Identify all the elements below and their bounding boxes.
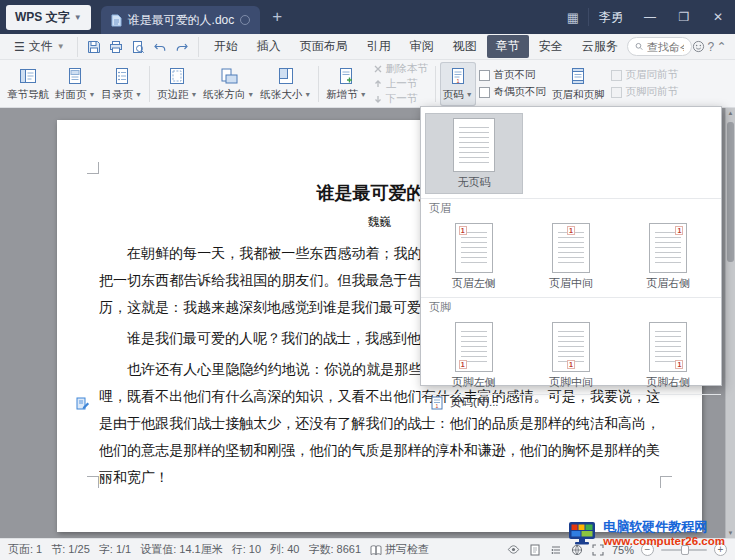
new-section-button[interactable]: 新增节▼ [323, 62, 369, 106]
arrow-down-icon [373, 94, 383, 104]
header-right-thumbnail: 1 [649, 223, 687, 273]
outline-view-icon[interactable] [549, 543, 563, 557]
collapse-ribbon-icon[interactable]: ⌃ [716, 37, 727, 57]
section-navigation-button[interactable]: 章节导航 [4, 62, 52, 106]
ribbon-separator [435, 66, 436, 102]
print-preview-icon[interactable] [128, 37, 148, 57]
document-tab[interactable]: 谁是最可爱的人.doc [101, 6, 261, 34]
zoom-slider[interactable] [661, 549, 707, 551]
tab-view[interactable]: 视图 [444, 35, 486, 58]
tab-insert[interactable]: 插入 [248, 35, 290, 58]
site-name: 电脑软硬件教程网 [603, 520, 725, 534]
search-input[interactable] [647, 41, 684, 53]
page-number-option-header-right[interactable]: 1 页眉右侧 [622, 220, 714, 294]
feedback-smiley-icon[interactable] [692, 37, 705, 57]
status-line: 行: 10 [232, 542, 261, 557]
tab-options-icon[interactable] [240, 15, 250, 25]
maximize-button[interactable]: ❐ [667, 0, 701, 34]
user-name[interactable]: 李勇 [588, 8, 633, 26]
status-section: 节: 1/25 [51, 542, 90, 557]
cover-page-button[interactable]: 封面页▼ [52, 62, 98, 106]
tab-references[interactable]: 引用 [358, 35, 400, 58]
close-button[interactable]: ✕ [701, 0, 735, 34]
page-number-dialog-icon: 1 [431, 396, 443, 410]
scrollbar-thumb[interactable] [727, 122, 734, 262]
new-section-icon [336, 66, 356, 86]
svg-text:1: 1 [436, 402, 439, 408]
page-number-option-footer-center[interactable]: 1 页脚中间 [525, 319, 617, 393]
page-number-option-header-center[interactable]: 1 页眉中间 [525, 220, 617, 294]
page-number-option-footer-right[interactable]: 1 页脚右侧 [622, 319, 714, 393]
search-icon [635, 41, 643, 52]
site-logo-icon [567, 520, 597, 548]
footer-options-row: 1 页脚左侧 1 页脚中间 1 页脚右侧 [421, 316, 721, 394]
margins-icon [167, 66, 187, 86]
wps-window: WPS 文字 ▼ 谁是最可爱的人.doc + ▦ 李勇 — ❐ ✕ ☰ 文件 ▼ [0, 0, 735, 560]
checkbox-icon [611, 87, 622, 98]
header-left-thumbnail: 1 [455, 223, 493, 273]
checkbox-icon [479, 70, 490, 81]
ribbon-tabs: 开始 插入 页面布局 引用 审阅 视图 章节 安全 云服务 [205, 35, 627, 58]
status-word-pos: 字: 1/1 [99, 542, 131, 557]
save-icon[interactable] [84, 37, 104, 57]
footer-center-thumbnail: 1 [552, 322, 590, 372]
page-number-option-footer-left[interactable]: 1 页脚左侧 [428, 319, 520, 393]
title-bar: WPS 文字 ▼ 谁是最可爱的人.doc + ▦ 李勇 — ❐ ✕ [0, 0, 735, 34]
quick-access-toolbar [77, 37, 199, 57]
toc-page-icon [112, 66, 132, 86]
delete-section-button[interactable]: 删除本节 [373, 63, 428, 75]
chevron-down-icon: ▼ [304, 91, 311, 98]
help-icon[interactable]: ? [705, 37, 716, 57]
page-number-option-none[interactable]: 无页码 [425, 113, 523, 194]
eye-protect-icon[interactable] [507, 543, 521, 557]
no-page-number-thumbnail [453, 118, 495, 172]
prev-section-button[interactable]: 上一节 [373, 78, 428, 90]
tab-home[interactable]: 开始 [205, 35, 247, 58]
tab-review[interactable]: 审阅 [401, 35, 443, 58]
new-tab-button[interactable]: + [264, 4, 290, 30]
header-options-row: 1 页眉左侧 1 页眉中间 1 页眉右侧 [421, 217, 721, 295]
first-page-different-checkbox[interactable]: 首页不同 [479, 68, 547, 82]
document-icon [111, 14, 122, 27]
next-section-button[interactable]: 下一节 [373, 93, 428, 105]
checkbox-icon [611, 70, 622, 81]
paper-size-button[interactable]: 纸张大小▼ [257, 62, 314, 106]
status-page: 页面: 1 [8, 542, 42, 557]
tab-page-layout[interactable]: 页面布局 [291, 35, 357, 58]
page-number-icon: 1 [448, 66, 468, 86]
tab-section[interactable]: 章节 [487, 35, 529, 58]
tab-cloud[interactable]: 云服务 [573, 35, 627, 58]
scroll-up-icon[interactable]: ▲ [726, 108, 735, 118]
print-icon[interactable] [106, 37, 126, 57]
spell-check-button[interactable]: 拼写检查 [370, 542, 429, 557]
header-footer-button[interactable]: 页眉和页脚 [549, 62, 608, 106]
command-search[interactable] [627, 37, 693, 56]
page-number-option-header-left[interactable]: 1 页眉左侧 [428, 220, 520, 294]
ribbon-separator [149, 66, 150, 102]
odd-even-different-checkbox[interactable]: 奇偶页不同 [479, 85, 547, 99]
revision-mark-icon[interactable] [76, 396, 90, 410]
page-number-custom-item[interactable]: 1 页码(N)... [421, 394, 721, 410]
titlebar-controls: ▦ 李勇 — ❐ ✕ [558, 0, 735, 34]
page-view-icon[interactable] [528, 543, 542, 557]
apps-grid-icon[interactable]: ▦ [558, 0, 588, 34]
header-center-thumbnail: 1 [552, 223, 590, 273]
header-same-previous-checkbox[interactable]: 页眉同前节 [611, 68, 679, 82]
footer-same-previous-checkbox[interactable]: 页脚同前节 [611, 85, 679, 99]
undo-icon[interactable] [150, 37, 170, 57]
paper-orientation-button[interactable]: 纸张方向▼ [200, 62, 257, 106]
scroll-down-icon[interactable]: ▼ [726, 528, 735, 538]
paper-size-icon [276, 66, 296, 86]
file-menu-button[interactable]: ☰ 文件 ▼ [8, 38, 71, 55]
status-word-count[interactable]: 字数: 8661 [308, 542, 361, 557]
margins-button[interactable]: 页边距▼ [154, 62, 200, 106]
toc-page-button[interactable]: 目录页▼ [98, 62, 144, 106]
app-menu-button[interactable]: WPS 文字 ▼ [6, 5, 91, 30]
minimize-button[interactable]: — [633, 0, 667, 34]
chevron-down-icon: ▼ [360, 91, 367, 98]
tab-security[interactable]: 安全 [530, 35, 572, 58]
page-number-button[interactable]: 1 页码▼ [440, 62, 476, 106]
menu-bar: ☰ 文件 ▼ 开始 插入 页面布局 引用 审阅 [0, 34, 735, 60]
vertical-scrollbar[interactable]: ▲ ▼ [725, 108, 735, 538]
redo-icon[interactable] [172, 37, 192, 57]
